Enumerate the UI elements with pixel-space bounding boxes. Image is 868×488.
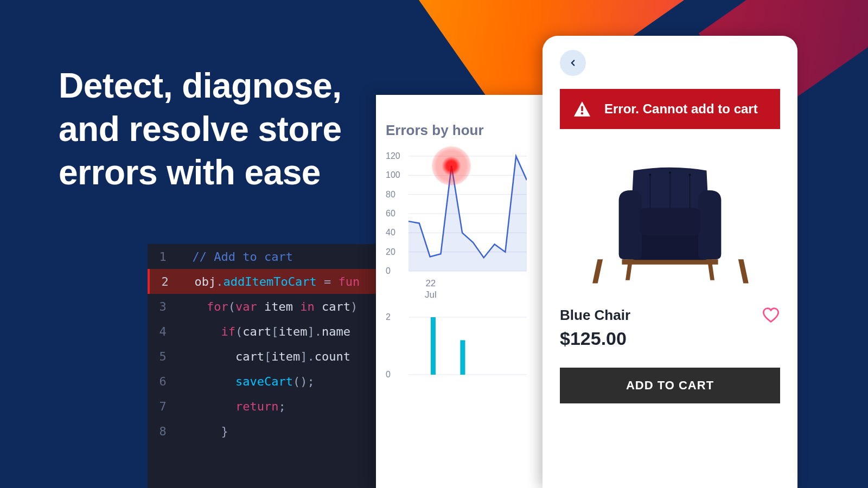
y-tick-label: 80 <box>386 190 395 200</box>
y-tick-label: 40 <box>386 228 395 237</box>
code-line: 2 obj.addItemToCart = fun <box>148 269 386 294</box>
favorite-heart-icon[interactable] <box>762 307 780 323</box>
code-text: // Add to cart <box>178 250 293 264</box>
headline-line-3: errors with ease <box>59 151 342 194</box>
code-text: cart[item].count <box>178 350 350 363</box>
product-image <box>560 139 780 301</box>
armchair-illustration <box>591 150 749 291</box>
warning-triangle-icon <box>573 101 591 117</box>
product-name: Blue Chair <box>560 307 630 324</box>
svg-rect-10 <box>460 340 465 375</box>
headline: Detect, diagnose, and resolve store erro… <box>59 64 342 194</box>
code-editor: 1 // Add to cart2 obj.addItemToCart = fu… <box>148 244 386 488</box>
svg-rect-16 <box>738 259 749 283</box>
svg-rect-26 <box>640 208 700 235</box>
code-line: 6 saveCart(); <box>148 369 386 394</box>
y-tick-label: 2 <box>386 312 391 322</box>
line-number: 2 <box>150 275 180 288</box>
code-line: 8 } <box>148 419 386 444</box>
line-number: 7 <box>148 400 178 413</box>
y-tick-label: 60 <box>386 209 395 219</box>
line-number: 8 <box>148 425 178 438</box>
line-number: 5 <box>148 350 178 363</box>
code-line: 1 // Add to cart <box>148 244 386 269</box>
code-text: for(var item in cart) <box>178 300 358 313</box>
svg-rect-12 <box>581 106 583 112</box>
svg-rect-15 <box>592 259 603 283</box>
y-tick-label: 0 <box>386 370 391 380</box>
code-line: 3 for(var item in cart) <box>148 294 386 319</box>
chart-title: Errors by hour <box>386 122 534 139</box>
code-text: } <box>178 425 228 438</box>
chevron-left-icon <box>568 58 578 68</box>
line-chart-x-label: 22 Jul <box>425 278 437 301</box>
line-number: 4 <box>148 325 178 338</box>
back-button[interactable] <box>560 50 586 76</box>
code-line: 7 return; <box>148 394 386 419</box>
error-message: Error. Cannot add to cart <box>604 101 758 117</box>
bar-chart: 02 <box>386 314 527 384</box>
code-text: if(cart[item].name <box>178 325 350 338</box>
y-tick-label: 0 <box>386 266 391 276</box>
line-number: 1 <box>148 250 178 264</box>
code-text: return; <box>178 400 286 413</box>
y-tick-label: 120 <box>386 151 400 161</box>
headline-line-2: and resolve store <box>59 107 342 151</box>
headline-line-1: Detect, diagnose, <box>59 64 342 107</box>
code-text: obj.addItemToCart = fun <box>180 275 360 288</box>
y-tick-label: 100 <box>386 170 400 180</box>
product-price: $125.00 <box>560 328 630 349</box>
y-tick-label: 20 <box>386 247 395 257</box>
line-chart: 020406080100120 22 Jul <box>386 154 527 281</box>
add-to-cart-button[interactable]: ADD TO CART <box>560 368 780 403</box>
product-card: Error. Cannot add to cart <box>542 36 797 488</box>
line-number: 6 <box>148 375 178 388</box>
svg-rect-14 <box>622 259 718 265</box>
svg-rect-9 <box>431 317 436 375</box>
code-line: 4 if(cart[item].name <box>148 319 386 344</box>
code-text: saveCart(); <box>178 375 315 388</box>
code-line: 5 cart[item].count <box>148 344 386 369</box>
errors-chart-panel: Errors by hour 020406080100120 22 Jul 02 <box>376 95 544 488</box>
svg-point-13 <box>581 112 583 114</box>
line-number: 3 <box>148 300 178 313</box>
error-banner: Error. Cannot add to cart <box>560 89 780 129</box>
